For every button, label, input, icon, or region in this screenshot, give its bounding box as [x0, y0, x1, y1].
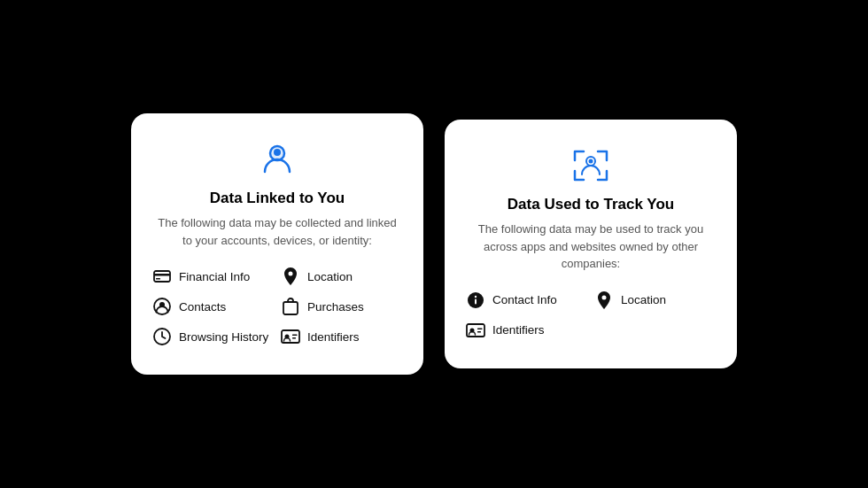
item-identifiers-2: Identifiers — [466, 321, 587, 340]
identifiers-label: Identifiers — [307, 330, 360, 344]
financial-info-label: Financial Info — [179, 270, 250, 283]
item-location-1: Location — [281, 267, 402, 286]
item-browsing-history: Browsing History — [152, 327, 274, 346]
contacts-label: Contacts — [179, 300, 226, 314]
id-card-icon — [281, 327, 300, 346]
card-track-items: Contact Info Location — [466, 290, 716, 340]
item-financial-info: Financial Info — [152, 267, 274, 286]
contact-info-label: Contact Info — [492, 293, 557, 306]
svg-point-6 — [289, 272, 293, 276]
browsing-history-label: Browsing History — [179, 330, 268, 344]
location-icon-1 — [281, 267, 300, 286]
item-identifiers: Identifiers — [281, 327, 402, 346]
svg-point-20 — [602, 295, 607, 299]
card-linked-items: Financial Info Location — [152, 267, 402, 346]
card-linked: Data Linked to You The following data ma… — [131, 113, 423, 375]
item-contact-info: Contact Info — [466, 290, 587, 310]
location-1-label: Location — [307, 270, 353, 283]
item-purchases: Purchases — [281, 297, 402, 316]
card-track: Data Used to Track You The following dat… — [445, 120, 737, 368]
card-linked-desc: The following data may be collected and … — [152, 214, 402, 249]
person-icon — [256, 138, 298, 181]
id-card-icon-2 — [466, 321, 485, 340]
svg-rect-4 — [154, 274, 170, 276]
card-track-title: Data Used to Track You — [508, 196, 674, 213]
card-linked-title: Data Linked to You — [210, 190, 345, 207]
svg-rect-23 — [477, 328, 483, 329]
svg-rect-9 — [283, 302, 298, 314]
purchases-label: Purchases — [307, 300, 364, 314]
credit-card-icon — [152, 267, 172, 286]
cards-container: Data Linked to You The following data ma… — [131, 113, 737, 375]
svg-rect-18 — [475, 298, 477, 304]
svg-rect-14 — [292, 337, 296, 339]
location-icon-2 — [594, 290, 614, 310]
svg-point-2 — [274, 149, 281, 156]
svg-rect-13 — [292, 335, 298, 337]
clock-icon — [152, 327, 172, 346]
identifiers-2-label: Identifiers — [492, 323, 545, 337]
card-track-desc: The following data may be used to track … — [466, 221, 716, 273]
svg-rect-5 — [156, 278, 160, 280]
item-contacts: Contacts — [152, 297, 274, 316]
person-circle-icon — [152, 297, 172, 316]
info-circle-icon — [466, 290, 485, 310]
item-location-2: Location — [594, 290, 716, 310]
svg-point-16 — [589, 159, 593, 164]
scan-person-icon — [570, 144, 612, 187]
svg-point-19 — [475, 296, 477, 298]
bag-icon — [281, 297, 300, 316]
svg-rect-24 — [477, 331, 481, 333]
location-2-label: Location — [621, 293, 666, 306]
svg-rect-3 — [154, 271, 170, 282]
